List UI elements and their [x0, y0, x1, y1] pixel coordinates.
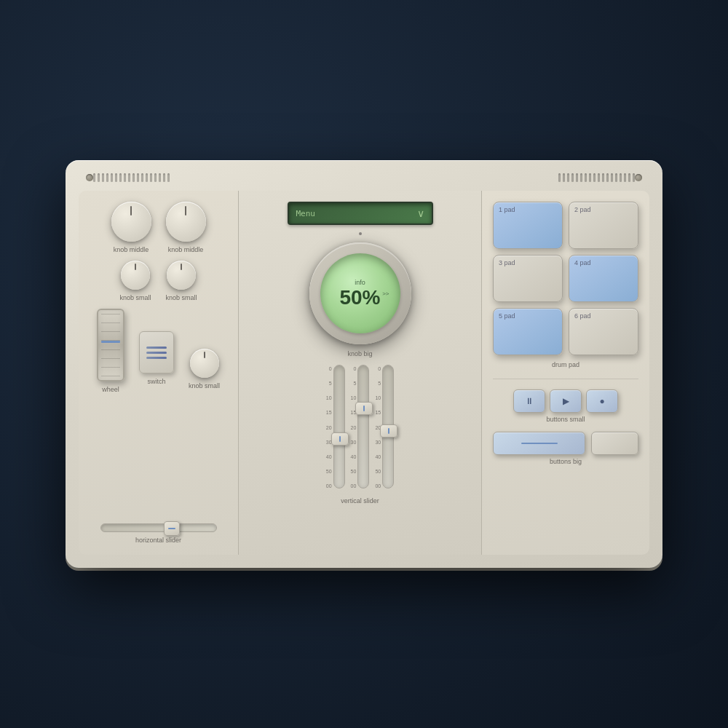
horizontal-slider-thumb[interactable]: [164, 521, 180, 536]
vent-slot: [159, 173, 161, 182]
vent-slot: [628, 173, 630, 182]
lcd-display[interactable]: Menu ∨: [288, 202, 433, 225]
vent-slot: [615, 173, 617, 182]
vent-slot: [558, 173, 561, 182]
lcd-text: Menu: [296, 209, 316, 218]
knob-group-2: knob middle: [166, 202, 206, 253]
v-slider-area-3: 0 5 10 15 20 30 40 50 00: [375, 365, 394, 488]
pause-button[interactable]: ⏸: [513, 389, 545, 413]
knob-group-6: knob small: [189, 349, 220, 389]
wheel-line: [101, 349, 120, 350]
vent-slot: [111, 173, 113, 182]
knob-big-label: knob big: [347, 350, 372, 357]
dot-indicator: [359, 232, 362, 235]
vent-slot: [580, 173, 582, 182]
v-slider-track-1[interactable]: [333, 365, 345, 488]
knob-small-2-label: knob small: [166, 294, 197, 301]
music-controller: knob middle knob middle knob small knob …: [66, 160, 662, 568]
wheel-line: [101, 358, 120, 359]
knob-small-1-label: knob small: [119, 294, 151, 301]
vent-slot: [563, 173, 565, 182]
v-slider-track-2[interactable]: [357, 365, 369, 488]
vent-slot: [128, 173, 130, 182]
v-slider-group-1: 0 5 10 15 20 30 40 50 00: [326, 365, 345, 488]
section-divider: [493, 379, 638, 379]
center-panel: Menu ∨ info 50% >> knob big: [239, 191, 482, 555]
lcd-arrow: ∨: [417, 207, 424, 219]
vent-slot: [124, 173, 126, 182]
pad-3-label: 3 pad: [499, 259, 515, 266]
knob-big-info: info: [355, 279, 365, 286]
v-slider-track-3[interactable]: [382, 365, 394, 488]
vent-slot: [598, 173, 600, 182]
drum-pad-3[interactable]: 3 pad: [493, 255, 563, 302]
knob-group-3: knob small: [119, 261, 151, 301]
big-button-wide[interactable]: [493, 432, 585, 455]
right-panel: 1 pad 2 pad 3 pad 4 pad 5 pad 6 pad dr: [482, 191, 649, 555]
v-scale-2: 0 5 10 15 20 30 40 50 00: [351, 365, 357, 488]
vent-slot: [576, 173, 578, 182]
screw-right: [635, 174, 642, 181]
vent-slot: [154, 173, 157, 182]
drum-pad-5[interactable]: 5 pad: [493, 308, 563, 355]
drum-pad-4[interactable]: 4 pad: [569, 255, 638, 302]
buttons-small-label: buttons small: [493, 416, 638, 423]
knob-row-2: knob small knob small: [90, 261, 227, 301]
top-bar: [79, 173, 649, 182]
knob-middle-2[interactable]: [166, 202, 206, 242]
vent-slot: [150, 173, 152, 182]
knob-group-1: knob middle: [111, 202, 151, 253]
vent-slot: [167, 173, 170, 182]
v-slider-thumb-2[interactable]: [355, 402, 373, 415]
knob-arrows-icon: >>: [382, 290, 389, 297]
vent-slot: [571, 173, 574, 182]
knob-middle-1[interactable]: [111, 202, 151, 242]
vent-slot: [602, 173, 604, 182]
main-content: knob middle knob middle knob small knob …: [79, 191, 649, 555]
knob-group-5: switch: [139, 331, 174, 385]
v-slider-label: vertical slider: [341, 497, 379, 505]
drum-pads-grid: 1 pad 2 pad 3 pad 4 pad 5 pad 6 pad: [493, 202, 638, 355]
buttons-small-group: ⏸ ▶ ● buttons small: [493, 389, 638, 423]
big-button-narrow[interactable]: [591, 432, 638, 455]
vent-slot: [141, 173, 143, 182]
vent-slot: [611, 173, 613, 182]
wheel-lines: [98, 310, 123, 380]
switch-control[interactable]: [139, 331, 174, 373]
v-slider-thumb-3[interactable]: [380, 424, 397, 438]
drum-pad-1[interactable]: 1 pad: [493, 202, 563, 249]
big-buttons-row: [493, 432, 638, 455]
wheel-label: wheel: [102, 386, 119, 393]
drum-pad-2[interactable]: 2 pad: [569, 202, 638, 249]
pad-2-label: 2 pad: [574, 206, 591, 213]
pad-6-label: 6 pad: [574, 312, 591, 320]
pad-5-label: 5 pad: [499, 312, 515, 320]
small-buttons-row: ⏸ ▶ ●: [493, 389, 638, 413]
knob-big-inner: info 50% >>: [320, 253, 400, 333]
v-slider-thumb-1[interactable]: [331, 432, 349, 446]
wheel-line: [101, 340, 120, 341]
drum-pad-6[interactable]: 6 pad: [569, 308, 638, 355]
vent-slot: [137, 173, 139, 182]
knob-small-3[interactable]: [190, 349, 219, 378]
knob-small-1[interactable]: [121, 261, 150, 290]
v-slider-area-2: 0 5 10 15 20 30 40 50 00: [351, 365, 370, 488]
vent-slot: [132, 173, 135, 182]
vent-slot: [119, 173, 122, 182]
vent-slot: [567, 173, 569, 182]
vents-left: [93, 173, 170, 182]
switch-line: [146, 347, 167, 349]
big-knob-container: info 50% >> knob big: [309, 242, 411, 357]
switch-label: switch: [147, 378, 165, 385]
knob-big-outer[interactable]: info 50% >>: [309, 242, 411, 344]
knob-small-2[interactable]: [167, 261, 196, 290]
pitch-wheel[interactable]: [97, 309, 124, 381]
pad-1-label: 1 pad: [499, 206, 515, 213]
v-slider-group-3: 0 5 10 15 20 30 40 50 00: [375, 365, 394, 488]
vent-slot: [589, 173, 591, 182]
play-button[interactable]: ▶: [550, 389, 582, 413]
record-button[interactable]: ●: [586, 389, 618, 413]
vent-slot: [593, 173, 596, 182]
horizontal-slider-track: [100, 523, 217, 532]
wheel-container: wheel: [97, 309, 124, 393]
